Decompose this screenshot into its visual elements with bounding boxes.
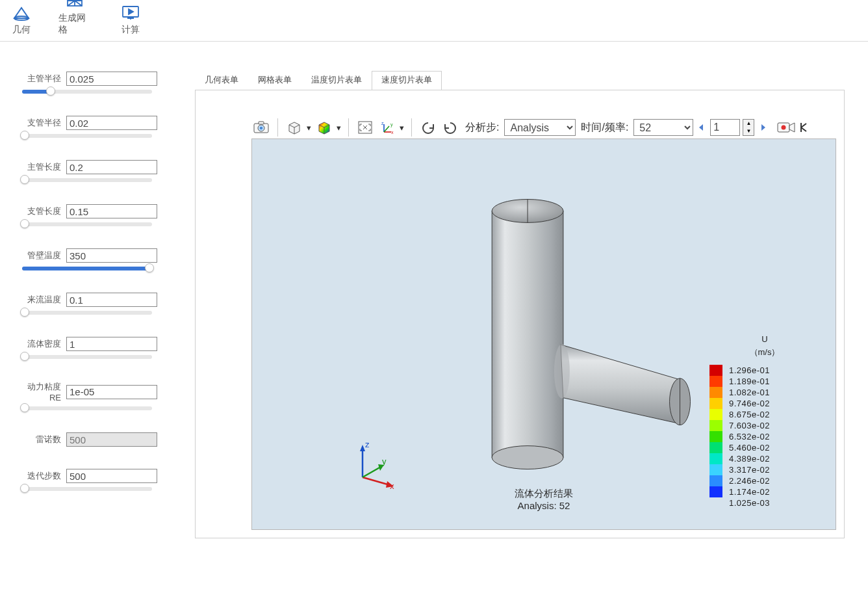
step-select[interactable]: Analysis [504, 119, 576, 136]
param-slider-main_radius[interactable] [22, 90, 152, 94]
frame-up[interactable]: ▲ [743, 120, 754, 127]
axis-triad-dropdown[interactable]: ▾ [398, 123, 405, 133]
param-input-wall_temp[interactable] [66, 248, 157, 263]
legend-value: 5.460e-02 [729, 443, 770, 453]
camera-record-icon[interactable] [776, 118, 796, 137]
legend-value: 9.746e-02 [729, 399, 770, 408]
param-label-branch_radius: 支管半径 [22, 117, 61, 129]
svg-text:y: y [390, 122, 393, 127]
legend-value: 3.317e-02 [729, 465, 770, 475]
axis-triad-icon[interactable]: zyx [377, 118, 397, 137]
step-forward-icon[interactable] [758, 123, 767, 132]
legend-swatch [709, 497, 722, 508]
legend-row: 1.189e-01 [709, 376, 820, 387]
param-slider-inflow_temp[interactable] [22, 311, 152, 315]
param-input-iterations[interactable] [66, 469, 157, 483]
param-input-viscosity[interactable] [66, 385, 157, 399]
legend-row: 1.082e-01 [709, 387, 820, 398]
param-inflow_temp: 来流温度 [22, 293, 187, 315]
fit-view-icon[interactable] [355, 118, 375, 137]
legend-row: 5.460e-02 [709, 442, 820, 453]
param-input-inflow_temp[interactable] [66, 293, 157, 307]
legend-row: 1.296e-01 [709, 365, 820, 376]
svg-text:y: y [382, 456, 387, 466]
param-label-main_radius: 主管半径 [22, 73, 61, 85]
time-select[interactable]: 52 [633, 119, 693, 136]
param-slider-branch_radius[interactable] [22, 134, 152, 138]
snapshot-icon[interactable] [251, 118, 271, 137]
rotate-cw-icon[interactable] [440, 118, 460, 137]
expand-right-icon[interactable] [798, 118, 810, 137]
svg-marker-21 [360, 445, 365, 451]
parameters-panel: 主管半径支管半径主管长度支管长度管壁温度来流温度流体密度动力粘度RE雷诺数迭代步… [0, 72, 187, 513]
legend-unit: （m/s） [709, 347, 820, 358]
colormap-dropdown[interactable]: ▾ [335, 123, 342, 133]
step-label: 分析步: [465, 121, 499, 135]
param-label-viscosity: 动力粘度RE [22, 381, 61, 402]
param-input-branch_radius[interactable] [66, 116, 157, 130]
legend-row: 1.025e-03 [709, 497, 820, 508]
param-main_radius: 主管半径 [22, 72, 187, 94]
param-main_length: 主管长度 [22, 160, 187, 182]
param-slider-branch_length[interactable] [22, 222, 152, 226]
legend-value: 6.532e-02 [729, 432, 770, 441]
param-slider-iterations[interactable] [22, 487, 152, 491]
ribbon-geometry-label: 几何 [12, 24, 31, 36]
param-label-main_length: 主管长度 [22, 161, 61, 173]
svg-text:x: x [390, 481, 394, 490]
legend-value: 7.603e-02 [729, 421, 770, 430]
legend-row: 1.174e-02 [709, 486, 820, 497]
ribbon-geometry-button[interactable]: 几何 [4, 3, 39, 36]
ribbon-compute-button[interactable]: 计算 [113, 3, 148, 36]
legend-value: 1.082e-01 [729, 388, 770, 397]
param-viscosity: 动力粘度RE [22, 381, 187, 410]
legend-value: 4.389e-02 [729, 454, 770, 464]
svg-line-22 [363, 477, 390, 485]
param-iterations: 迭代步数 [22, 469, 187, 491]
param-label-branch_length: 支管长度 [22, 205, 61, 217]
legend-swatch [709, 475, 722, 486]
legend-row: 9.746e-02 [709, 398, 820, 409]
ribbon-compute-label: 计算 [121, 24, 140, 36]
viewport-toolbar: ▾ ▾ zyx ▾ 分析步: Analysis 时间/频率: 52 [251, 116, 810, 138]
cube-view-dropdown[interactable]: ▾ [305, 123, 312, 133]
param-reynolds: 雷诺数 [22, 432, 187, 447]
param-branch_length: 支管长度 [22, 204, 187, 226]
tab-mesh[interactable]: 网格表单 [248, 71, 301, 90]
caption-line2: Analysis: 52 [515, 500, 573, 511]
step-back-icon[interactable] [697, 123, 706, 132]
svg-text:z: z [381, 121, 384, 125]
colormap-icon[interactable] [314, 118, 334, 137]
legend-value: 1.174e-02 [729, 487, 770, 497]
legend-value: 8.675e-02 [729, 410, 770, 419]
mesh-icon [65, 0, 87, 10]
ribbon-mesh-button[interactable]: 生成网格 [58, 0, 94, 36]
rotate-ccw-icon[interactable] [418, 118, 438, 137]
frame-down[interactable]: ▼ [743, 127, 754, 135]
legend-swatch [709, 376, 722, 387]
viewport-frame: ▾ ▾ zyx ▾ 分析步: Analysis 时间/频率: 52 [195, 90, 845, 538]
legend-row: 2.246e-02 [709, 475, 820, 486]
param-slider-wall_temp[interactable] [22, 267, 152, 270]
param-input-main_length[interactable] [66, 160, 157, 174]
param-slider-viscosity[interactable] [22, 406, 152, 410]
svg-point-19 [554, 344, 570, 399]
legend-row: 6.532e-02 [709, 431, 820, 442]
svg-point-16 [492, 446, 563, 469]
tab-geometry[interactable]: 几何表单 [195, 71, 248, 90]
form-tabs: 几何表单 网格表单 温度切片表单 速度切片表单 [195, 73, 442, 90]
cube-view-icon[interactable] [285, 118, 304, 137]
3d-canvas[interactable]: z y x 流体分析结果 Analysis: 52 U （m/s） 1.296e… [251, 138, 836, 530]
param-input-density[interactable] [66, 337, 157, 351]
frame-spinner[interactable]: ▲ ▼ [743, 119, 754, 136]
tab-velocity-slice[interactable]: 速度切片表单 [372, 71, 442, 90]
svg-text:x: x [391, 130, 394, 135]
tab-temp-slice[interactable]: 温度切片表单 [301, 71, 372, 90]
svg-point-12 [782, 125, 786, 130]
param-slider-main_length[interactable] [22, 178, 152, 182]
param-slider-density[interactable] [22, 355, 152, 359]
frame-input[interactable] [710, 119, 740, 136]
param-input-branch_length[interactable] [66, 204, 157, 218]
svg-point-6 [260, 127, 263, 130]
param-input-main_radius[interactable] [66, 72, 157, 86]
